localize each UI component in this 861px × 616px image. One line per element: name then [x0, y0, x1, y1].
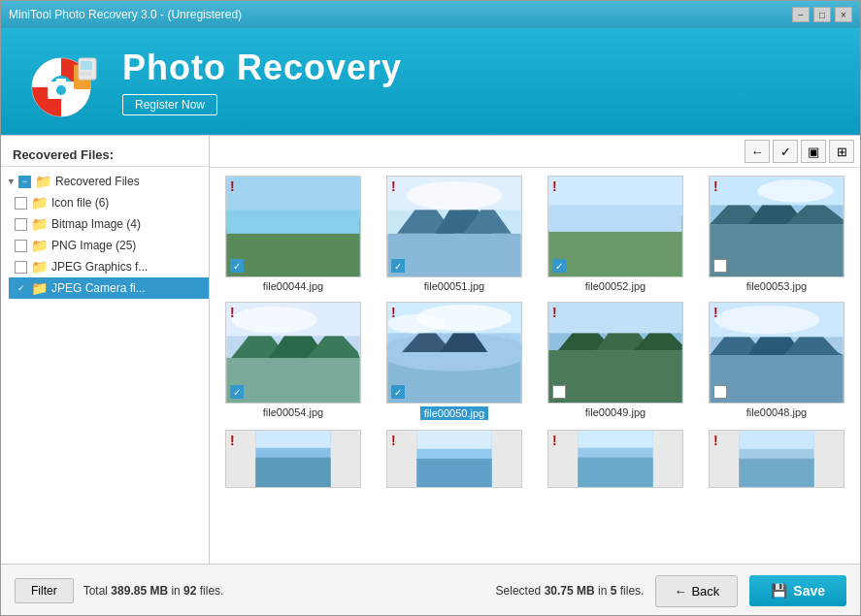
thumbnail-checkbox[interactable]: ✓ [391, 259, 405, 273]
svg-rect-40 [226, 358, 359, 403]
warning-icon: ! [713, 433, 718, 448]
thumbnail-label: file00050.jpg [420, 406, 488, 420]
main-area: Recovered Files: ▼ − 📁 Recovered Files 📁… [1, 135, 860, 564]
thumbnail-checkbox[interactable]: ✓ [391, 385, 405, 399]
back-button[interactable]: ← Back [655, 575, 738, 607]
thumbnail-checkbox[interactable]: ✓ [230, 259, 244, 273]
thumbnail-checkbox[interactable] [713, 259, 727, 273]
thumbnails-grid: ! ✓ file00044.jpg ! [210, 168, 860, 564]
thumbnail-container[interactable]: ! [225, 430, 361, 488]
bitmap-check[interactable] [15, 218, 27, 231]
svg-rect-33 [710, 224, 843, 276]
list-item: ! ✓ file00052.jpg [540, 176, 691, 292]
close-btn[interactable]: × [835, 7, 852, 22]
recovered-files-check[interactable]: − [18, 176, 31, 188]
list-item: ! ✓ file00044.jpg [217, 176, 369, 292]
sidebar-item-jpeg-graphics[interactable]: 📁 JPEG Graphics f... [9, 256, 209, 277]
svg-point-45 [231, 307, 316, 333]
thumbnail-container[interactable]: ! ✓ [225, 176, 361, 277]
jpeg-camera-check[interactable]: ✓ [15, 282, 27, 295]
svg-rect-61 [710, 355, 843, 403]
svg-rect-55 [548, 350, 681, 403]
svg-rect-75 [578, 431, 652, 448]
jpeg-graphics-check[interactable] [15, 261, 27, 274]
check-all-btn[interactable]: ✓ [773, 140, 798, 163]
icon-file-label: Icon file (6) [51, 196, 109, 210]
svg-rect-26 [548, 229, 681, 276]
maximize-btn[interactable]: □ [813, 7, 831, 22]
list-item: ! ✓ file00054.jpg [217, 302, 369, 420]
thumbnail-image [387, 177, 521, 276]
svg-rect-59 [548, 303, 681, 333]
svg-rect-4 [56, 79, 66, 83]
icon-folder-icon: 📁 [31, 195, 48, 211]
save-button[interactable]: 💾 Save [749, 575, 846, 606]
thumbnail-image [710, 431, 844, 487]
svg-rect-71 [416, 459, 491, 487]
svg-point-66 [714, 306, 819, 334]
sidebar-item-bitmap-image[interactable]: 📁 Bitmap Image (4) [9, 213, 209, 235]
sidebar-item-recovered-files[interactable]: ▼ − 📁 Recovered Files [1, 171, 209, 192]
filter-button[interactable]: Filter [15, 578, 74, 603]
thumbnail-checkbox[interactable] [552, 385, 566, 399]
thumbnail-container[interactable]: ! ✓ [386, 302, 522, 404]
thumbnail-image [548, 303, 682, 403]
thumbnail-checkbox[interactable]: ✓ [552, 259, 566, 273]
app-name: Photo Recovery [122, 48, 402, 88]
thumbnail-container[interactable]: ! [386, 430, 522, 488]
thumbnail-image [226, 303, 360, 403]
minimize-btn[interactable]: − [792, 7, 810, 22]
register-button[interactable]: Register Now [122, 94, 217, 115]
thumbnail-container[interactable]: ! [709, 302, 844, 404]
folder-icon: 📁 [35, 174, 51, 189]
thumbnail-image [710, 177, 844, 276]
jpeg-camera-folder-icon: 📁 [31, 280, 48, 296]
jpeg-graphics-label: JPEG Graphics f... [51, 260, 148, 274]
svg-point-38 [757, 179, 833, 203]
icon-file-check[interactable] [15, 197, 27, 210]
svg-rect-69 [255, 431, 330, 448]
svg-rect-9 [81, 72, 92, 76]
list-item: ! file00048.jpg [701, 302, 852, 420]
sidebar-item-icon-file[interactable]: 📁 Icon file (6) [9, 192, 209, 213]
sidebar-item-jpeg-camera[interactable]: ✓ 📁 JPEG Camera fi... [9, 277, 209, 299]
svg-rect-11 [226, 229, 359, 276]
list-item: ! [701, 430, 852, 488]
warning-icon: ! [552, 178, 557, 194]
thumbnail-label: file00054.jpg [263, 406, 323, 418]
window-controls: − □ × [792, 7, 852, 22]
png-check[interactable] [15, 240, 27, 252]
thumbnail-checkbox[interactable]: ✓ [230, 385, 244, 399]
warning-icon: ! [391, 178, 396, 194]
selected-status: Selected 30.75 MB in 5 files. [496, 584, 645, 598]
warning-icon: ! [713, 178, 718, 194]
selected-size: 30.75 MB [545, 584, 595, 598]
thumbnail-image [226, 177, 360, 276]
back-view-btn[interactable]: ← [745, 140, 770, 163]
thumbnail-checkbox[interactable] [713, 385, 727, 399]
list-item: ! [217, 430, 369, 488]
header: Photo Recovery Register Now [1, 28, 860, 135]
single-view-btn[interactable]: ▣ [801, 140, 826, 163]
sidebar-item-png-image[interactable]: 📁 PNG Image (25) [9, 235, 209, 256]
thumbnail-image [548, 431, 682, 487]
thumbnail-container[interactable]: ! ✓ [547, 176, 683, 277]
warning-icon: ! [552, 433, 557, 448]
recovered-files-label: Recovered Files [55, 175, 140, 188]
thumbnail-label: file00044.jpg [263, 280, 323, 292]
thumbnail-container[interactable]: ! [709, 430, 844, 488]
save-label: Save [793, 583, 825, 599]
warning-icon: ! [230, 433, 235, 448]
warning-icon: ! [391, 433, 396, 448]
sidebar: Recovered Files: ▼ − 📁 Recovered Files 📁… [1, 136, 210, 564]
thumbnail-container[interactable]: ! [547, 302, 683, 404]
grid-view-btn[interactable]: ⊞ [829, 140, 854, 163]
svg-rect-68 [255, 458, 330, 487]
bitmap-label: Bitmap Image (4) [51, 217, 141, 231]
status-left: Filter Total 389.85 MB in 92 files. [15, 578, 223, 603]
expand-icon: ▼ [7, 177, 17, 186]
thumbnail-container[interactable]: ! ✓ [386, 176, 522, 277]
thumbnail-container[interactable]: ! ✓ [225, 302, 361, 404]
thumbnail-container[interactable]: ! [709, 176, 844, 277]
thumbnail-container[interactable]: ! [547, 430, 683, 488]
